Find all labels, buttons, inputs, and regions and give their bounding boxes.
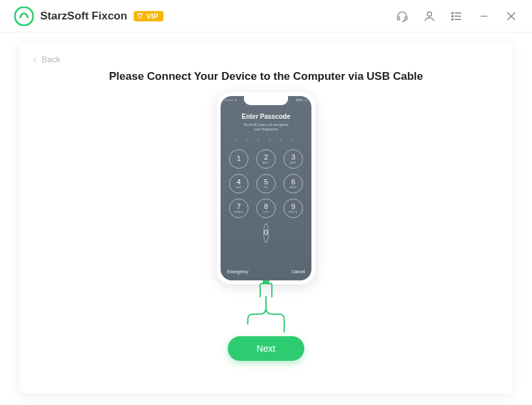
close-icon	[505, 10, 518, 23]
status-left: ••••• ᯤ	[224, 98, 239, 102]
next-button[interactable]: Next	[228, 336, 304, 361]
phone-heading: Enter Passcode	[221, 113, 311, 120]
phone-subtitle: Touch ID does not recognize your fingerp…	[221, 123, 311, 132]
support-button[interactable]	[393, 7, 411, 25]
back-button[interactable]: Back	[31, 55, 60, 64]
diamond-icon	[136, 12, 144, 20]
page-heading: Please Connect Your Device to the Comput…	[19, 70, 513, 83]
keypad-key: 2ABC	[256, 149, 276, 169]
chevron-left-icon	[31, 56, 39, 64]
menu-icon	[450, 10, 463, 23]
vip-badge: VIP	[134, 11, 163, 21]
keypad-key: 1	[229, 149, 248, 169]
keypad-key: 7PQRS	[229, 199, 248, 218]
svg-point-6	[452, 16, 453, 17]
phone-notch	[244, 96, 288, 105]
status-right: 80% ▭	[296, 98, 308, 102]
account-button[interactable]	[420, 7, 439, 25]
close-button[interactable]	[502, 7, 520, 25]
vip-label: VIP	[146, 12, 158, 20]
keypad-key: 6MNO	[284, 174, 303, 193]
phone-bottom-row: Emergency Cancel	[227, 269, 305, 274]
svg-rect-1	[398, 16, 400, 19]
back-label: Back	[42, 55, 60, 64]
keypad-key: 8TUV	[256, 199, 276, 218]
usb-connector-icon	[260, 283, 272, 297]
app-logo	[14, 6, 34, 26]
phone-frame: ••••• ᯤ 80% ▭ Enter Passcode Touch ID do…	[217, 92, 315, 284]
user-icon	[423, 10, 436, 23]
app-title: StarzSoft Fixcon	[40, 10, 127, 23]
keypad-key: 3DEF	[284, 149, 303, 169]
svg-point-0	[15, 6, 33, 25]
phone-keypad: 1 2ABC 3DEF 4GHI 5JKL 6MNO 7PQRS 8TUV 9W…	[229, 149, 303, 243]
cancel-label: Cancel	[292, 269, 305, 274]
phone-illustration: ••••• ᯤ 80% ▭ Enter Passcode Touch ID do…	[19, 92, 513, 361]
keypad-key: 0	[263, 223, 269, 243]
keypad-key: 4GHI	[229, 174, 248, 193]
svg-rect-2	[405, 16, 407, 19]
titlebar: StarzSoft Fixcon VIP	[0, 0, 532, 32]
svg-point-8	[452, 19, 453, 20]
minimize-icon	[479, 10, 489, 23]
minimize-button[interactable]	[475, 7, 493, 25]
svg-point-4	[452, 12, 453, 14]
usb-cable-icon	[247, 296, 285, 332]
passcode-dots: ○ ○ ○ ○ ○ ○	[221, 138, 311, 141]
keypad-key: 5JKL	[256, 174, 276, 193]
keypad-key: 9WXYZ	[284, 199, 303, 218]
svg-point-3	[428, 12, 432, 16]
headset-icon	[396, 10, 409, 23]
emergency-label: Emergency	[227, 269, 248, 274]
phone-screen: ••••• ᯤ 80% ▭ Enter Passcode Touch ID do…	[221, 96, 311, 280]
menu-button[interactable]	[448, 7, 466, 25]
main-card: Back Please Connect Your Device to the C…	[19, 43, 513, 393]
